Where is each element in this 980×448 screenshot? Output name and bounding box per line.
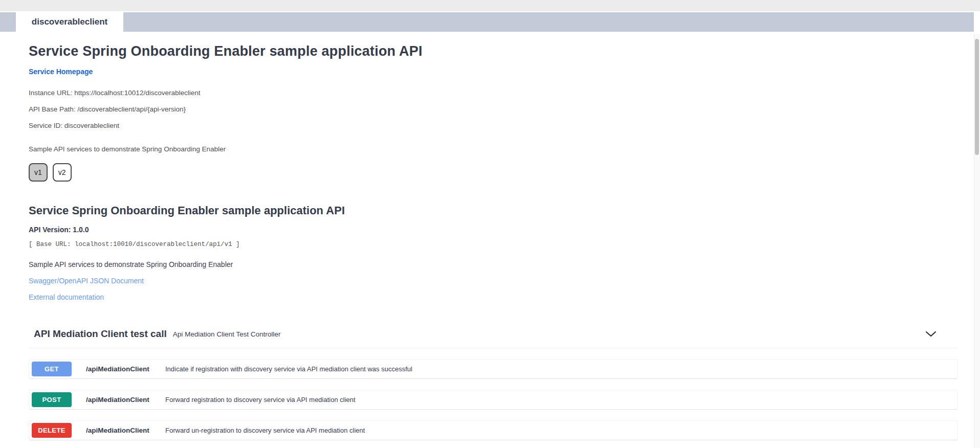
scrollbar-thumb[interactable]: [975, 39, 979, 155]
page-title: Service Spring Onboarding Enabler sample…: [29, 43, 958, 59]
swagger-json-link[interactable]: Swagger/OpenAPI JSON Document: [29, 277, 958, 285]
endpoint-description: Indicate if registration with discovery …: [165, 365, 412, 373]
service-homepage-link[interactable]: Service Homepage: [29, 68, 93, 76]
instance-url-text: Instance URL: https://localhost:10012/di…: [29, 89, 958, 97]
tab-label: discoverableclient: [32, 17, 107, 27]
tab-discoverableclient[interactable]: discoverableclient: [16, 12, 123, 32]
endpoint-row-delete[interactable]: DELETE /apiMediationClient Forward un-re…: [29, 420, 958, 440]
tab-band: discoverableclient: [0, 12, 974, 32]
endpoint-row-post[interactable]: POST /apiMediationClient Forward registr…: [29, 390, 958, 410]
api-base-path-text: API Base Path: /discoverableclient/api/{…: [29, 105, 958, 113]
service-description: Sample API services to demonstrate Sprin…: [29, 145, 958, 153]
endpoint-description: Forward registration to discovery servic…: [165, 396, 355, 404]
endpoints-section-header[interactable]: API Mediation Client test call Api Media…: [29, 328, 958, 348]
scrollbar-track[interactable]: [974, 11, 980, 448]
method-badge-post: POST: [32, 392, 72, 407]
version-tab-v1[interactable]: v1: [29, 163, 48, 182]
method-badge-get: GET: [32, 362, 72, 376]
endpoints-section-subtitle: Api Mediation Client Test Controller: [173, 330, 281, 338]
method-badge-delete: DELETE: [32, 423, 72, 438]
endpoint-row-get[interactable]: GET /apiMediationClient Indicate if regi…: [29, 359, 958, 379]
browser-top-bar: [0, 0, 980, 11]
api-version-label: API Version: 1.0.0: [29, 226, 958, 234]
endpoint-path: /apiMediationClient: [86, 365, 165, 373]
endpoint-path: /apiMediationClient: [86, 427, 165, 434]
version-tab-v2[interactable]: v2: [53, 163, 72, 182]
chevron-down-icon[interactable]: [925, 331, 937, 337]
main-content: Service Spring Onboarding Enabler sample…: [0, 43, 980, 440]
api-version-tabs: v1 v2: [29, 163, 958, 182]
base-url-text: [ Base URL: localhost:10010/discoverable…: [29, 241, 958, 248]
endpoint-description: Forward un-registration to discovery ser…: [165, 427, 365, 434]
endpoints-section-title: API Mediation Client test call: [34, 328, 167, 340]
service-id-text: Service ID: discoverableclient: [29, 122, 958, 129]
api-doc-description: Sample API services to demonstrate Sprin…: [29, 260, 958, 268]
api-doc-title: Service Spring Onboarding Enabler sample…: [29, 204, 958, 217]
external-documentation-link[interactable]: External documentation: [29, 293, 958, 301]
endpoint-path: /apiMediationClient: [86, 396, 165, 404]
